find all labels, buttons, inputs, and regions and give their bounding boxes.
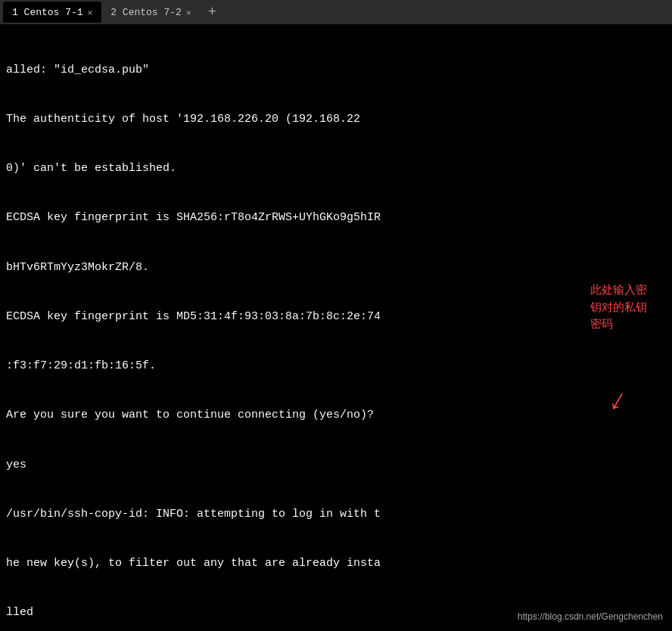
tab-add-button[interactable]: + [204,3,222,21]
terminal-line-9: yes [6,457,666,474]
tab-1-close[interactable]: ✕ [88,8,93,17]
terminal-line-1: alled: "id_ecdsa.pub" [6,62,666,79]
tab-2-close[interactable]: ✕ [186,8,191,17]
terminal-line-8: Are you sure you want to continue connec… [6,407,666,424]
tab-2[interactable]: 2 Centos 7-2 ✕ [101,2,200,23]
terminal-line-6: ECDSA key fingerprint is MD5:31:4f:93:03… [6,309,666,325]
terminal-line-2: The authenticity of host '192.168.226.20… [6,111,666,128]
tab-1-label: 1 Centos 7-1 [12,7,83,18]
terminal-line-5: bHTv6RTmYyz3MokrZR/8. [6,260,666,276]
terminal-line-10: /usr/bin/ssh-copy-id: INFO: attempting t… [6,506,666,523]
terminal-line-3: 0)' can't be established. [6,160,666,177]
tab-1[interactable]: 1 Centos 7-1 ✕ [3,2,101,23]
tab-bar: 1 Centos 7-1 ✕ 2 Centos 7-2 ✕ + [0,0,672,24]
terminal-line-11: he new key(s), to filter out any that ar… [6,555,666,572]
tab-2-label: 2 Centos 7-2 [110,7,182,18]
terminal-line-4: ECDSA key fingerprint is SHA256:rT8o4ZrR… [6,210,666,226]
url-label: https://blog.csdn.net/Gengchenchen [518,611,663,623]
annotation-box: 此处输入密 钥对的私钥 密码 [590,281,658,333]
terminal-line-7: :f3:f7:29:d1:fb:16:5f. [6,358,666,375]
terminal: alled: "id_ecdsa.pub" The authenticity o… [0,24,672,631]
